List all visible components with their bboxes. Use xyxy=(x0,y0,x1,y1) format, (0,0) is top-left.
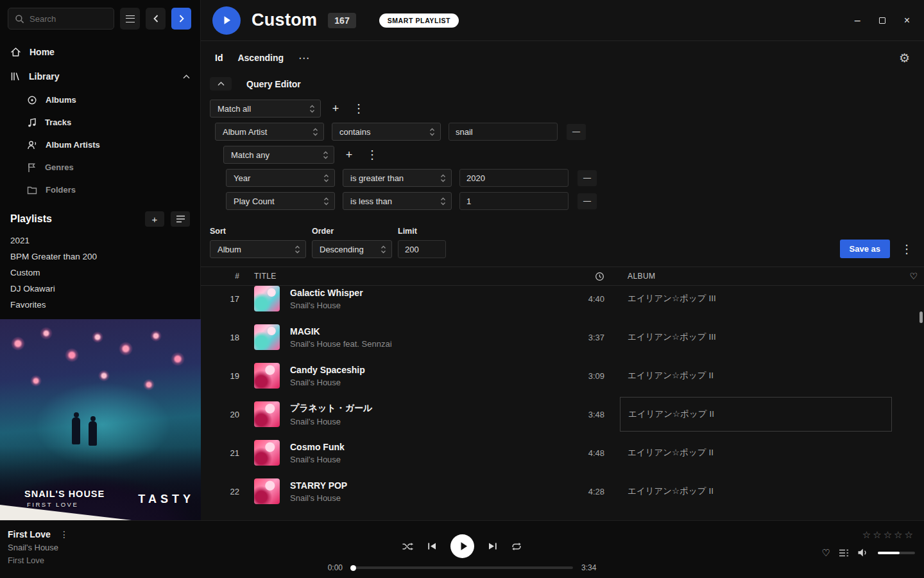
sidebar-item-album-artists[interactable]: Album Artists xyxy=(0,134,200,156)
track-duration: 3:48 xyxy=(566,410,604,419)
remove-rule-button[interactable]: — xyxy=(578,193,597,209)
track-row[interactable]: 20 プラネット・ガール Snail's House 3:48 エイリアン☆ポッ… xyxy=(201,395,924,434)
sort-more-button[interactable]: ⋯ xyxy=(298,51,310,65)
save-as-button[interactable]: Save as xyxy=(840,240,890,258)
sidebar-item-albums[interactable]: Albums xyxy=(0,89,200,111)
rule-operator-select[interactable]: is less than xyxy=(343,192,452,210)
query-editor-collapse-button[interactable] xyxy=(210,77,232,91)
track-row[interactable]: 19 Candy Spaceship Snail's House 3:09 エイ… xyxy=(201,356,924,395)
rule-field-select[interactable]: Play Count xyxy=(226,192,335,210)
sidebar-item-library[interactable]: Library xyxy=(0,64,200,89)
nav-forward-button[interactable] xyxy=(171,8,191,30)
repeat-button[interactable] xyxy=(511,542,522,551)
limit-input[interactable] xyxy=(398,240,446,258)
rule-operator-select[interactable]: is greater than xyxy=(343,169,452,187)
chevron-up-icon[interactable] xyxy=(183,74,190,79)
nav-back-button[interactable] xyxy=(146,8,166,30)
track-album[interactable]: エイリアン☆ポップ II xyxy=(628,486,892,497)
playlist-list-button[interactable] xyxy=(171,211,190,227)
shuffle-button[interactable] xyxy=(402,542,414,551)
select-arrows-icon xyxy=(381,245,386,254)
volume-slider[interactable] xyxy=(878,552,915,554)
column-favorite[interactable]: ♡ xyxy=(892,271,918,281)
track-artist: Snail's House xyxy=(290,493,566,503)
search-input[interactable] xyxy=(30,14,101,24)
column-duration[interactable] xyxy=(566,272,604,281)
playlist-item[interactable]: Favorites xyxy=(10,297,190,313)
match-mode-select[interactable]: Match any xyxy=(223,146,334,164)
close-button[interactable]: × xyxy=(904,15,910,26)
minimize-button[interactable]: – xyxy=(855,15,860,26)
seek-area: 0:00 3:34 xyxy=(321,563,603,572)
track-row[interactable]: 18 MAGIK Snail's House feat. Sennzai 3:3… xyxy=(201,318,924,356)
add-rule-button[interactable]: + xyxy=(327,100,344,118)
now-playing-album[interactable]: First Love xyxy=(8,556,69,565)
playlist-item[interactable]: DJ Okawari xyxy=(10,281,190,297)
query-menu-button[interactable]: ⋮ xyxy=(898,240,915,258)
disc-icon xyxy=(27,95,37,105)
track-list-body: 17 Galactic Whisper Snail's House 4:40 エ… xyxy=(201,286,924,512)
next-track-button[interactable] xyxy=(488,542,497,550)
track-album-focused-cell[interactable]: エイリアン☆ポップ II xyxy=(620,397,892,432)
previous-track-button[interactable] xyxy=(427,542,437,550)
playlist-item[interactable]: Custom xyxy=(10,265,190,281)
track-info: MAGIK Snail's House feat. Sennzai xyxy=(290,326,566,349)
seek-handle[interactable] xyxy=(350,565,356,571)
track-album[interactable]: エイリアン☆ポップ III xyxy=(628,331,892,343)
search-box[interactable] xyxy=(8,8,114,30)
queue-icon[interactable] xyxy=(839,549,849,557)
play-pause-button[interactable] xyxy=(450,534,474,558)
sidebar-item-folders[interactable]: Folders xyxy=(0,179,200,201)
playlist-item[interactable]: BPM Greater than 200 xyxy=(10,249,190,265)
column-title[interactable]: TITLE xyxy=(254,272,566,281)
seek-bar[interactable] xyxy=(351,566,573,569)
sidebar-item-tracks[interactable]: Tracks xyxy=(0,111,200,134)
query-order-select[interactable]: Descending xyxy=(312,240,392,258)
add-rule-button[interactable]: + xyxy=(341,146,357,164)
rule-field-select[interactable]: Album Artist xyxy=(215,123,324,141)
query-sort-select[interactable]: Album xyxy=(210,240,306,258)
sort-field-button[interactable]: Id xyxy=(215,53,223,63)
playlist-item[interactable]: 2021 xyxy=(10,232,190,249)
rule-operator-select[interactable]: contains xyxy=(332,123,441,141)
sidebar-item-genres[interactable]: Genres xyxy=(0,156,200,179)
rating-stars[interactable]: ☆☆☆☆☆ xyxy=(862,529,915,541)
library-albums-label: Albums xyxy=(46,95,76,105)
track-row[interactable]: 22 STARRY POP Snail's House 4:28 エイリアン☆ポ… xyxy=(201,472,924,511)
select-arrows-icon xyxy=(440,173,446,183)
scrollbar-thumb[interactable] xyxy=(920,311,923,323)
track-album[interactable]: エイリアン☆ポップ II xyxy=(628,370,892,381)
remove-rule-button[interactable]: — xyxy=(567,124,586,140)
settings-gear-icon[interactable]: ⚙ xyxy=(899,51,910,66)
play-playlist-button[interactable] xyxy=(212,6,241,35)
add-playlist-button[interactable]: + xyxy=(145,211,164,227)
column-album[interactable]: ALBUM xyxy=(628,272,892,281)
clock-icon xyxy=(595,272,604,281)
now-playing-menu-button[interactable]: ⋮ xyxy=(60,529,69,539)
group-menu-button[interactable]: ⋮ xyxy=(350,100,367,118)
rule-value-input[interactable] xyxy=(459,169,569,187)
library-genres-label: Genres xyxy=(45,162,74,172)
sidebar-item-home[interactable]: Home xyxy=(0,40,200,64)
now-playing-artwork[interactable]: SNAIL'S HOUSE FIRST LOVE TASTY xyxy=(0,319,201,520)
track-row[interactable]: 21 Cosmo Funk Snail's House 4:48 エイリアン☆ポ… xyxy=(201,434,924,472)
group-menu-button[interactable]: ⋮ xyxy=(364,146,381,164)
column-number[interactable]: # xyxy=(223,272,239,281)
track-row[interactable]: 17 Galactic Whisper Snail's House 4:40 エ… xyxy=(201,286,924,318)
match-mode-select[interactable]: Match all xyxy=(210,100,321,118)
menu-button[interactable] xyxy=(120,8,140,30)
now-playing-artist[interactable]: Snail's House xyxy=(8,543,69,552)
remove-rule-button[interactable]: — xyxy=(578,170,597,186)
sort-label: Sort xyxy=(210,227,306,236)
rule-value-input[interactable] xyxy=(449,123,558,141)
favorite-button[interactable]: ♡ xyxy=(822,548,830,557)
sidebar: Home Library Albums Tracks Album Artists xyxy=(0,0,201,520)
track-album[interactable]: エイリアン☆ポップ II xyxy=(628,447,892,459)
track-album[interactable]: エイリアン☆ポップ III xyxy=(628,293,892,304)
volume-icon[interactable] xyxy=(857,548,869,557)
order-label: Order xyxy=(312,227,392,236)
maximize-button[interactable] xyxy=(879,17,886,24)
rule-value-input[interactable] xyxy=(459,192,569,210)
sort-direction-button[interactable]: Ascending xyxy=(237,53,284,63)
rule-field-select[interactable]: Year xyxy=(226,169,335,187)
